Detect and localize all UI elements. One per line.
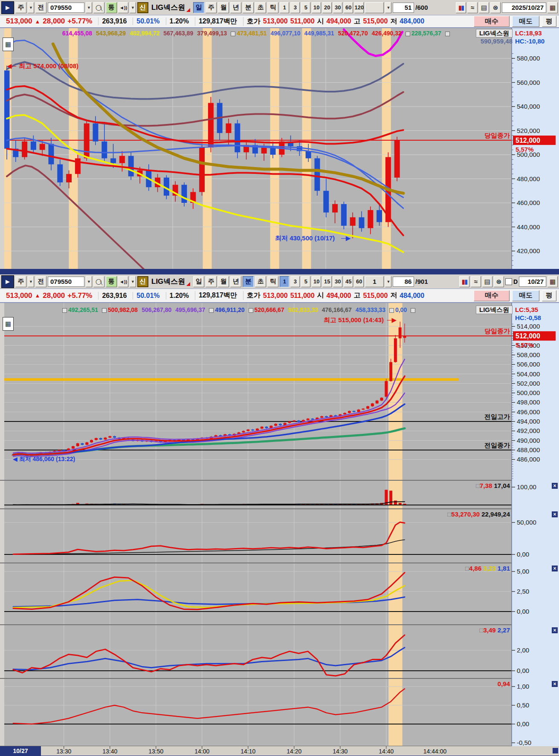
svg-text:500,000: 500,000 bbox=[517, 389, 540, 396]
chevron-down-icon[interactable]: ▼ bbox=[28, 2, 34, 13]
svg-text:5,57%: 5,57% bbox=[516, 146, 534, 153]
price-change: 28,000 bbox=[43, 291, 65, 300]
period-week-button[interactable]: 주 bbox=[15, 276, 26, 287]
save-icon[interactable]: ▤ bbox=[482, 276, 492, 287]
buy-button[interactable]: 매수 bbox=[474, 16, 510, 27]
interval-button-10[interactable]: 10 bbox=[312, 2, 321, 13]
panel-close-button[interactable]: × bbox=[552, 511, 558, 517]
legend-item bbox=[445, 30, 451, 37]
tab-2[interactable]: 월 bbox=[218, 2, 229, 13]
interval-button-20[interactable]: 20 bbox=[322, 2, 332, 13]
chevron-down-icon[interactable]: ▼ bbox=[28, 276, 34, 287]
date-input[interactable]: 2025/10/27 bbox=[502, 3, 546, 13]
interval-button-120[interactable]: 120 bbox=[354, 2, 364, 13]
calendar-icon[interactable]: ▦ bbox=[547, 2, 558, 13]
panel-close-button[interactable]: × bbox=[552, 566, 558, 571]
prev-stock-button[interactable]: 전 bbox=[35, 2, 46, 13]
prev-stock-button[interactable]: 전 bbox=[35, 276, 46, 287]
svg-text:─▶: ─▶ bbox=[341, 234, 351, 242]
legend-item: 473,481,51 bbox=[231, 30, 266, 37]
avg-button[interactable]: 평 bbox=[542, 290, 556, 301]
interval-button-5[interactable]: 5 bbox=[301, 2, 310, 13]
bar-count-input[interactable]: 51 bbox=[393, 3, 414, 13]
date-input[interactable]: 10/27 bbox=[519, 277, 546, 287]
svg-text:최저 430,500 (10/17): 최저 430,500 (10/17) bbox=[275, 234, 335, 242]
interval-button-60[interactable]: 60 bbox=[354, 276, 364, 287]
bar-count-input[interactable]: 86 bbox=[393, 277, 414, 287]
svg-text:0,94: 0,94 bbox=[498, 680, 510, 687]
tab-1[interactable]: 주 bbox=[206, 276, 217, 287]
candle-style-icon[interactable]: ▮▮ bbox=[459, 276, 469, 287]
period-week-button[interactable]: 주 bbox=[15, 2, 26, 13]
tab-4[interactable]: 분 bbox=[243, 276, 254, 287]
chevron-down-icon[interactable]: ▼ bbox=[385, 2, 391, 13]
interval-button-3[interactable]: 3 bbox=[290, 276, 300, 287]
hoga-label: 호가 bbox=[247, 17, 261, 26]
interval-button-15[interactable]: 15 bbox=[322, 276, 332, 287]
window-switch-icon[interactable]: ▶ bbox=[1, 275, 14, 288]
tab-1[interactable]: 주 bbox=[206, 2, 217, 13]
high-price: 515,000 bbox=[363, 292, 388, 300]
interval-button-10[interactable]: 10 bbox=[312, 276, 321, 287]
chevron-down-icon[interactable]: ▼ bbox=[130, 276, 136, 287]
interval-button-3[interactable]: 3 bbox=[290, 2, 300, 13]
tong-button[interactable]: 통 bbox=[106, 276, 117, 287]
sell-button[interactable]: 매도 bbox=[512, 16, 539, 27]
interval-select[interactable]: 1 bbox=[365, 276, 384, 287]
interval-button-30[interactable]: 30 bbox=[333, 276, 342, 287]
price-change: 28,000 bbox=[43, 17, 65, 26]
panel-close-button[interactable]: × bbox=[552, 681, 558, 687]
last-price: 513,000 bbox=[6, 17, 32, 26]
stock-name-label: LIG넥스원 bbox=[151, 277, 190, 286]
chevron-down-icon[interactable]: ▼ bbox=[86, 276, 92, 287]
window-switch-icon[interactable]: ▶ bbox=[1, 1, 14, 14]
legend-item: 520,472,70 bbox=[338, 30, 368, 37]
bid-price: 511,000 bbox=[290, 17, 315, 25]
tab-2[interactable]: 월 bbox=[218, 276, 229, 287]
interval-button-1[interactable]: 1 bbox=[280, 276, 289, 287]
gear-icon[interactable]: ⊛ bbox=[494, 276, 504, 287]
speaker-icon[interactable]: ◄)) bbox=[118, 2, 128, 13]
search-icon[interactable]: ◯╲ bbox=[93, 276, 104, 287]
stock-code-input[interactable]: 079550 bbox=[48, 277, 84, 287]
interval-button-1[interactable]: 1 bbox=[280, 2, 289, 13]
avg-button[interactable]: 평 bbox=[542, 16, 556, 27]
chevron-down-icon[interactable]: ▼ bbox=[86, 2, 92, 13]
save-icon[interactable]: ▤ bbox=[479, 2, 489, 13]
tab-6[interactable]: 틱 bbox=[267, 2, 278, 13]
svg-text:13:50: 13:50 bbox=[148, 748, 163, 755]
grid-toggle-button[interactable]: ▦ bbox=[3, 38, 14, 51]
line-style-icon[interactable]: ≈ bbox=[471, 276, 481, 287]
sell-button[interactable]: 매도 bbox=[512, 290, 539, 301]
interval-select[interactable] bbox=[365, 2, 384, 13]
interval-button-45[interactable]: 45 bbox=[344, 276, 353, 287]
interval-button-60[interactable]: 60 bbox=[344, 2, 353, 13]
search-icon[interactable]: ◯╲ bbox=[93, 2, 104, 13]
stock-code-input[interactable]: 079550 bbox=[48, 3, 84, 13]
speaker-icon[interactable]: ◄)) bbox=[118, 276, 128, 287]
buy-button[interactable]: 매수 bbox=[474, 290, 510, 301]
d-checkbox[interactable] bbox=[505, 278, 512, 285]
tab-0[interactable]: 일 bbox=[193, 276, 204, 287]
interval-button-5[interactable]: 5 bbox=[301, 276, 310, 287]
panel-close-button[interactable]: × bbox=[552, 483, 558, 489]
tab-3[interactable]: 년 bbox=[230, 276, 241, 287]
panel-close-button[interactable]: × bbox=[552, 627, 558, 633]
calendar-icon[interactable]: ▦ bbox=[547, 276, 558, 287]
tab-0[interactable]: 일 bbox=[193, 2, 204, 13]
tab-6[interactable]: 틱 bbox=[267, 276, 278, 287]
candle-style-icon[interactable]: ▮▮ bbox=[456, 2, 466, 13]
tab-3[interactable]: 년 bbox=[230, 2, 241, 13]
grid-toggle-button[interactable]: ▦ bbox=[3, 317, 14, 331]
tab-5[interactable]: 초 bbox=[255, 276, 266, 287]
line-style-icon[interactable]: ≈ bbox=[467, 2, 478, 13]
tong-button[interactable]: 통 bbox=[106, 2, 117, 13]
tab-5[interactable]: 초 bbox=[255, 2, 266, 13]
turnover: 1.20% bbox=[170, 17, 189, 25]
gear-icon[interactable]: ⊛ bbox=[490, 2, 501, 13]
chevron-down-icon[interactable]: ▼ bbox=[385, 276, 391, 287]
interval-button-30[interactable]: 30 bbox=[333, 2, 342, 13]
chevron-down-icon[interactable]: ▼ bbox=[130, 2, 136, 13]
svg-text:560,000: 560,000 bbox=[517, 79, 540, 86]
tab-4[interactable]: 분 bbox=[243, 2, 254, 13]
